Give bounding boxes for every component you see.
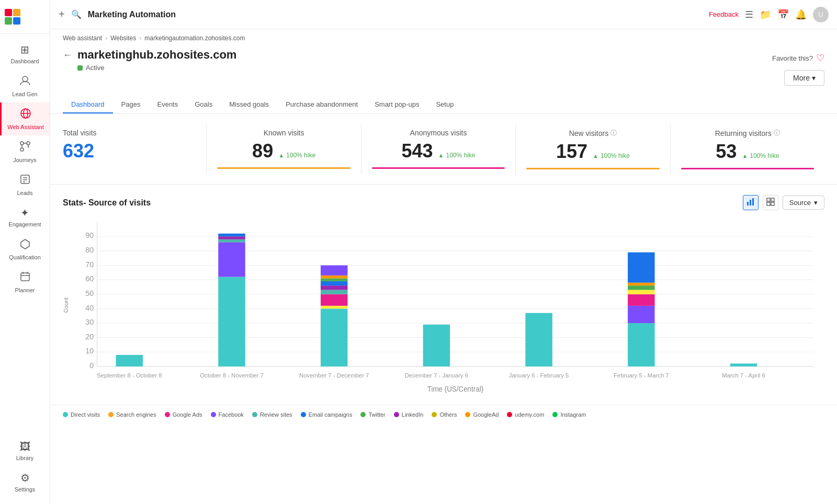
bell-icon[interactable]: 🔔	[795, 9, 807, 20]
tabs: Dashboard Pages Events Goals Missed goal…	[50, 90, 837, 114]
anonymous-visits-underline	[372, 167, 505, 169]
stats-row: Total visits 632 Known visits 89 ▲ 100% …	[50, 114, 837, 185]
svg-rect-81	[730, 363, 757, 366]
chart-header: Stats- Source of visits Source ▾	[63, 195, 824, 210]
tab-setup[interactable]: Setup	[427, 96, 462, 113]
new-visitors-hike-value: 100% hike	[601, 152, 630, 159]
breadcrumb-web-assistant[interactable]: Web assistant	[63, 35, 102, 42]
total-visits-label: Total visits	[63, 129, 97, 137]
tab-pages[interactable]: Pages	[113, 96, 149, 113]
legend-label-others: Others	[439, 411, 457, 418]
back-button[interactable]: ←	[63, 50, 72, 61]
tab-goals[interactable]: Goals	[186, 96, 221, 113]
sidebar-item-settings[interactable]: ⚙ Settings	[0, 466, 50, 498]
bar-chart-button[interactable]	[743, 195, 759, 210]
svg-text:30: 30	[85, 318, 94, 326]
svg-rect-79	[628, 253, 655, 283]
topbar-actions: Feedback ☰ 📁 📅 🔔 U	[709, 7, 829, 22]
svg-rect-69	[423, 325, 450, 366]
svg-rect-59	[321, 308, 348, 366]
tab-purchase-abandonment[interactable]: Purchase abandonment	[277, 96, 366, 113]
returning-visitors-underline	[681, 168, 814, 169]
engagement-icon: ✦	[20, 207, 29, 219]
svg-rect-61	[321, 294, 348, 306]
svg-text:90: 90	[85, 231, 94, 239]
sidebar-item-lead-gen[interactable]: Lead Gen	[0, 70, 50, 102]
tab-events[interactable]: Events	[149, 96, 186, 113]
sidebar-item-planner[interactable]: Planner	[0, 266, 50, 299]
list-icon[interactable]: ☰	[745, 9, 753, 20]
calendar-icon[interactable]: 📅	[777, 9, 789, 20]
svg-text:December 7 - January 6: December 7 - January 6	[405, 372, 468, 379]
app-title: Marketing Automation	[88, 10, 703, 19]
more-button[interactable]: More ▾	[784, 70, 824, 86]
new-visitors-info-icon[interactable]: ⓘ	[610, 129, 617, 138]
search-icon[interactable]: 🔍	[71, 9, 82, 19]
sidebar-item-qualification[interactable]: Qualification	[0, 233, 50, 266]
sidebar-item-label: Dashboard	[11, 58, 39, 64]
chart-controls: Source ▾	[743, 195, 824, 210]
lead-gen-icon	[19, 75, 31, 89]
returning-visitors-hike-value: 100% hike	[750, 152, 779, 159]
sidebar-item-leads[interactable]: Leads	[0, 168, 50, 201]
legend-dot-twitter	[360, 412, 366, 417]
svg-rect-74	[628, 306, 655, 323]
svg-rect-27	[771, 198, 774, 201]
svg-rect-1	[13, 9, 20, 16]
sidebar-item-web-assistant[interactable]: Web Assistant	[0, 102, 50, 135]
feedback-button[interactable]: Feedback	[709, 10, 739, 18]
svg-text:November 7 - December 7: November 7 - December 7	[299, 372, 369, 379]
returning-visitors-info-icon[interactable]: ⓘ	[774, 129, 780, 138]
sidebar-web-assistant-label: Web Assistant	[7, 124, 44, 130]
legend-review-sites: Review sites	[252, 411, 292, 418]
up-arrow-icon-new: ▲	[593, 153, 598, 159]
returning-visitors-row: 53 ▲ 100% hike	[716, 141, 779, 163]
sidebar-planner-label: Planner	[15, 287, 35, 293]
legend-label-twitter: Twitter	[368, 411, 385, 418]
folder-icon[interactable]: 📁	[760, 9, 771, 20]
grid-chart-button[interactable]	[763, 195, 778, 210]
main-wrapper: + 🔍 Marketing Automation Feedback ☰ 📁 📅 …	[50, 0, 837, 504]
source-dropdown[interactable]: Source ▾	[783, 196, 824, 210]
svg-rect-71	[525, 313, 552, 366]
breadcrumb-sep-1: ›	[105, 35, 107, 42]
add-button[interactable]: +	[59, 8, 65, 20]
sidebar-item-dashboard[interactable]: ⊞ Dashboard	[0, 38, 50, 70]
heart-icon[interactable]: ♡	[816, 52, 824, 64]
svg-point-10	[20, 142, 24, 145]
sidebar-journeys-label: Journeys	[13, 157, 37, 163]
sidebar-item-library[interactable]: 🖼 Library	[0, 436, 50, 466]
svg-point-8	[20, 148, 24, 151]
back-title: ← marketinghub.zohosites.com	[63, 48, 236, 62]
chevron-down-icon: ▾	[812, 74, 816, 82]
breadcrumb-websites[interactable]: Websites	[110, 35, 136, 42]
dashboard-icon: ⊞	[20, 43, 29, 56]
legend-label-review: Review sites	[260, 411, 292, 418]
known-visits-label: Known visits	[264, 129, 304, 137]
sidebar-lead-gen-label: Lead Gen	[12, 91, 37, 97]
tab-missed-goals[interactable]: Missed goals	[221, 96, 277, 113]
svg-rect-73	[628, 323, 655, 366]
svg-rect-63	[321, 285, 348, 290]
svg-text:Time (US/Central): Time (US/Central)	[427, 385, 483, 393]
legend-dot-email	[301, 412, 306, 417]
chart-section: Stats- Source of visits Source ▾	[50, 185, 837, 405]
svg-rect-57	[218, 234, 245, 237]
stat-known-visits: Known visits 89 ▲ 100% hike	[207, 124, 361, 174]
legend-dot-review	[252, 412, 257, 417]
avatar[interactable]: U	[813, 7, 829, 22]
status-dot	[77, 65, 83, 71]
known-visits-row: 89 ▲ 100% hike	[252, 140, 315, 162]
sidebar-item-journeys[interactable]: Journeys	[0, 135, 50, 168]
status-badge: Active	[77, 64, 236, 72]
tab-dashboard[interactable]: Dashboard	[63, 96, 113, 113]
sidebar-item-engagement[interactable]: ✦ Engagement	[0, 201, 50, 233]
qualification-icon	[19, 238, 31, 252]
legend-search-engines: Search engines	[108, 411, 156, 418]
svg-rect-2	[5, 17, 12, 25]
total-visits-value: 632	[63, 140, 94, 162]
tab-smart-popups[interactable]: Smart pop-ups	[366, 96, 427, 113]
anonymous-visits-row: 543 ▲ 100% hike	[402, 140, 476, 162]
anonymous-visits-hike-value: 100% hike	[446, 152, 475, 159]
favorite-label: Favorite this?	[772, 54, 813, 62]
